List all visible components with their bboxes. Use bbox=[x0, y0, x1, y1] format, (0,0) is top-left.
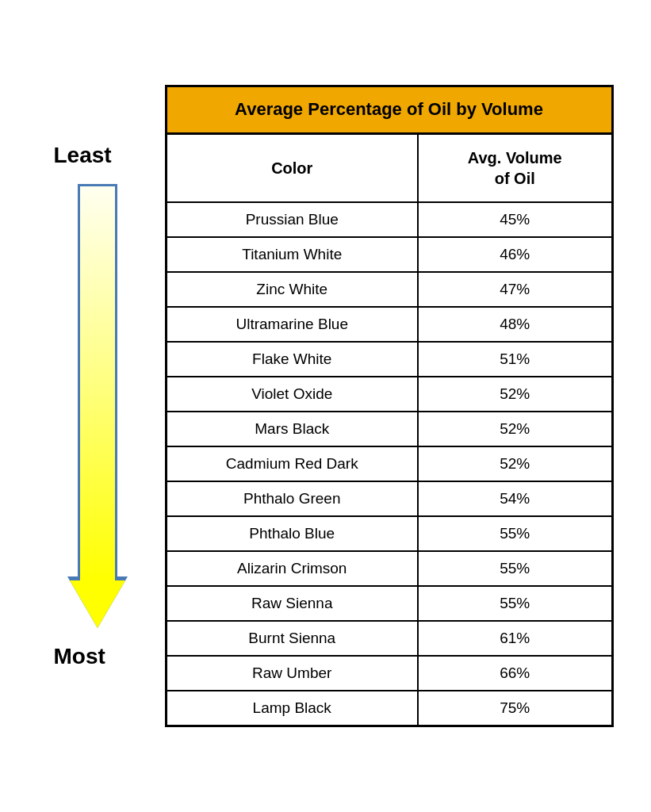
color-cell: Violet Oxide bbox=[167, 377, 418, 412]
color-cell: Burnt Sienna bbox=[167, 621, 418, 656]
volume-cell: 66% bbox=[418, 656, 611, 691]
table-row: Burnt Sienna61% bbox=[167, 621, 611, 656]
color-cell: Phthalo Green bbox=[167, 481, 418, 516]
table-row: Titanium White46% bbox=[167, 237, 611, 272]
table-row: Phthalo Blue55% bbox=[167, 516, 611, 551]
table-title: Average Percentage of Oil by Volume bbox=[167, 87, 611, 135]
table-row: Zinc White47% bbox=[167, 272, 611, 307]
table-row: Ultramarine Blue48% bbox=[167, 307, 611, 342]
table-row: Cadmium Red Dark52% bbox=[167, 446, 611, 481]
color-cell: Flake White bbox=[167, 342, 418, 377]
table-row: Lamp Black75% bbox=[167, 691, 611, 725]
color-cell: Raw Umber bbox=[167, 656, 418, 691]
table-row: Mars Black52% bbox=[167, 412, 611, 446]
volume-cell: 45% bbox=[418, 202, 611, 237]
volume-cell: 54% bbox=[418, 481, 611, 516]
data-table: Color Avg. Volumeof Oil Prussian Blue45%… bbox=[167, 135, 611, 725]
color-column-header: Color bbox=[167, 135, 418, 202]
volume-cell: 61% bbox=[418, 621, 611, 656]
table-row: Flake White51% bbox=[167, 342, 611, 377]
arrow-body bbox=[78, 184, 117, 580]
volume-cell: 52% bbox=[418, 446, 611, 481]
left-sidebar: Least Most bbox=[38, 143, 165, 669]
color-cell: Mars Black bbox=[167, 412, 418, 446]
color-cell: Raw Sienna bbox=[167, 586, 418, 621]
arrow-container bbox=[50, 176, 145, 636]
table-row: Raw Sienna55% bbox=[167, 586, 611, 621]
volume-cell: 55% bbox=[418, 551, 611, 586]
volume-cell: 46% bbox=[418, 237, 611, 272]
table-row: Raw Umber66% bbox=[167, 656, 611, 691]
color-cell: Ultramarine Blue bbox=[167, 307, 418, 342]
color-cell: Phthalo Blue bbox=[167, 516, 418, 551]
volume-cell: 52% bbox=[418, 377, 611, 412]
gradient-arrow bbox=[70, 184, 125, 628]
table-row: Alizarin Crimson55% bbox=[167, 551, 611, 586]
volume-cell: 75% bbox=[418, 691, 611, 725]
color-cell: Zinc White bbox=[167, 272, 418, 307]
volume-cell: 51% bbox=[418, 342, 611, 377]
table-row: Violet Oxide52% bbox=[167, 377, 611, 412]
volume-cell: 55% bbox=[418, 516, 611, 551]
color-cell: Alizarin Crimson bbox=[167, 551, 418, 586]
table-row: Phthalo Green54% bbox=[167, 481, 611, 516]
color-cell: Titanium White bbox=[167, 237, 418, 272]
table-container: Average Percentage of Oil by Volume Colo… bbox=[165, 85, 614, 727]
color-cell: Cadmium Red Dark bbox=[167, 446, 418, 481]
volume-column-header: Avg. Volumeof Oil bbox=[418, 135, 611, 202]
volume-cell: 52% bbox=[418, 412, 611, 446]
volume-cell: 48% bbox=[418, 307, 611, 342]
table-header-row: Color Avg. Volumeof Oil bbox=[167, 135, 611, 202]
color-cell: Prussian Blue bbox=[167, 202, 418, 237]
table-row: Prussian Blue45% bbox=[167, 202, 611, 237]
page-container: Least Most Average Percentage of Oil by … bbox=[22, 69, 630, 743]
volume-cell: 55% bbox=[418, 586, 611, 621]
volume-cell: 47% bbox=[418, 272, 611, 307]
arrow-head bbox=[70, 580, 125, 628]
least-label: Least bbox=[54, 143, 112, 168]
color-cell: Lamp Black bbox=[167, 691, 418, 725]
most-label: Most bbox=[54, 644, 105, 669]
